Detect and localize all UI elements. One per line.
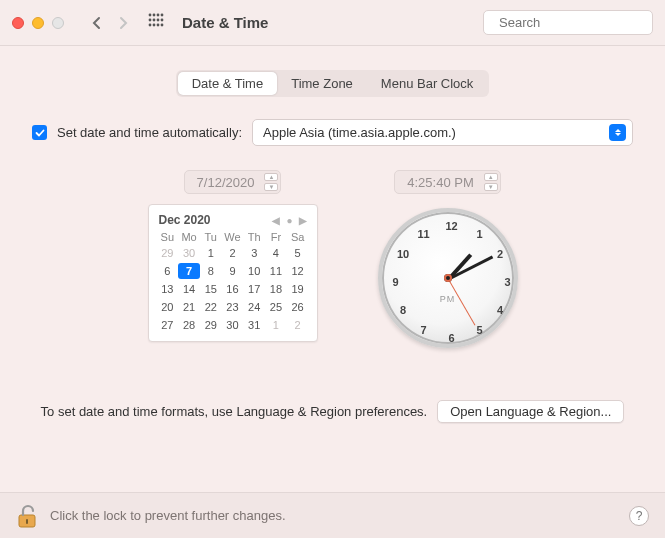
calendar-day: 7 (178, 263, 200, 279)
auto-time-checkbox[interactable] (32, 125, 47, 140)
show-all-button[interactable] (148, 13, 164, 32)
clock-number: 3 (504, 276, 510, 288)
lock-open-icon (16, 503, 38, 529)
time-server-dropdown[interactable]: Apple Asia (time.asia.apple.com.) (252, 119, 633, 146)
calendar-day: 19 (287, 281, 309, 297)
tab-bar: Date & Time Time Zone Menu Bar Clock (28, 70, 637, 97)
clock-pivot (444, 274, 452, 282)
search-input[interactable] (497, 14, 665, 31)
calendar-title: Dec 2020 (159, 213, 211, 227)
clock-number: 5 (476, 324, 482, 336)
back-button[interactable] (86, 12, 108, 34)
svg-point-0 (149, 14, 152, 17)
close-button[interactable] (12, 17, 24, 29)
calendar-day: 29 (200, 317, 222, 333)
calendar-dow: Su (157, 231, 179, 243)
calendar-prev-icon: ◀ (272, 215, 280, 226)
titlebar: Date & Time (0, 0, 665, 46)
auto-time-label: Set date and time automatically: (57, 125, 242, 140)
calendar-day: 1 (265, 317, 287, 333)
svg-point-1 (153, 14, 156, 17)
date-stepper: ▲▼ (264, 173, 278, 191)
clock-number: 6 (448, 332, 454, 344)
stepper-up-icon: ▲ (484, 173, 498, 181)
calendar-day: 28 (178, 317, 200, 333)
svg-point-10 (157, 24, 160, 27)
dropdown-arrows-icon (609, 124, 626, 141)
calendar-day: 20 (157, 299, 179, 315)
calendar-day: 26 (287, 299, 309, 315)
calendar-day: 22 (200, 299, 222, 315)
date-time-columns: 7/12/2020 ▲▼ Dec 2020 ◀ ● ▶ SuMoTuWeThFr… (28, 170, 637, 348)
minute-hand (447, 255, 493, 280)
format-hint-text: To set date and time formats, use Langua… (41, 404, 428, 419)
svg-point-2 (157, 14, 160, 17)
svg-point-7 (161, 19, 164, 22)
preferences-window: Date & Time Date & Time Time Zone Menu B… (0, 0, 665, 538)
calendar-day: 21 (178, 299, 200, 315)
calendar-day: 10 (243, 263, 265, 279)
stepper-up-icon: ▲ (264, 173, 278, 181)
auto-time-row: Set date and time automatically: Apple A… (32, 119, 633, 146)
traffic-lights (12, 17, 64, 29)
clock-number: 1 (476, 228, 482, 240)
calendar-day: 2 (222, 245, 244, 261)
tab-menubar-clock[interactable]: Menu Bar Clock (367, 72, 487, 95)
calendar-dow: Mo (178, 231, 200, 243)
calendar-day: 13 (157, 281, 179, 297)
calendar-day: 16 (222, 281, 244, 297)
grid-icon (148, 13, 164, 29)
svg-point-9 (153, 24, 156, 27)
date-field: 7/12/2020 ▲▼ (184, 170, 282, 194)
segmented-control: Date & Time Time Zone Menu Bar Clock (176, 70, 490, 97)
page-title: Date & Time (182, 14, 268, 31)
calendar-day: 18 (265, 281, 287, 297)
stepper-down-icon: ▼ (264, 183, 278, 191)
analog-clock: PM 121234567891011 (378, 208, 518, 348)
search-field[interactable] (483, 10, 653, 35)
time-server-value: Apple Asia (time.asia.apple.com.) (263, 125, 456, 140)
calendar-day: 6 (157, 263, 179, 279)
calendar-header: Dec 2020 ◀ ● ▶ (157, 211, 309, 231)
calendar-day: 24 (243, 299, 265, 315)
calendar: Dec 2020 ◀ ● ▶ SuMoTuWeThFrSa29301234567… (148, 204, 318, 342)
time-value: 4:25:40 PM (407, 175, 474, 190)
help-button[interactable]: ? (629, 506, 649, 526)
calendar-day: 23 (222, 299, 244, 315)
bottom-bar: Click the lock to prevent further change… (0, 492, 665, 538)
clock-number: 12 (445, 220, 457, 232)
tab-date-time[interactable]: Date & Time (178, 72, 278, 95)
svg-point-11 (161, 24, 164, 27)
calendar-day: 30 (178, 245, 200, 261)
clock-number: 4 (497, 304, 503, 316)
analog-clock-wrap: PM 121234567891011 (378, 208, 518, 348)
lock-hint-text: Click the lock to prevent further change… (50, 508, 286, 523)
tab-time-zone[interactable]: Time Zone (277, 72, 367, 95)
calendar-dow: We (222, 231, 244, 243)
svg-point-3 (161, 14, 164, 17)
stepper-down-icon: ▼ (484, 183, 498, 191)
zoom-button (52, 17, 64, 29)
calendar-dot-icon: ● (286, 215, 292, 226)
clock-number: 10 (397, 248, 409, 260)
svg-point-6 (157, 19, 160, 22)
calendar-day: 25 (265, 299, 287, 315)
date-value: 7/12/2020 (197, 175, 255, 190)
calendar-day: 4 (265, 245, 287, 261)
lock-button[interactable] (16, 503, 38, 529)
date-column: 7/12/2020 ▲▼ Dec 2020 ◀ ● ▶ SuMoTuWeThFr… (148, 170, 318, 348)
open-language-region-button[interactable]: Open Language & Region... (437, 400, 624, 423)
clock-number: 2 (497, 248, 503, 260)
chevron-left-icon (92, 16, 102, 30)
chevron-right-icon (118, 16, 128, 30)
minimize-button[interactable] (32, 17, 44, 29)
svg-point-5 (153, 19, 156, 22)
calendar-day: 14 (178, 281, 200, 297)
calendar-day: 17 (243, 281, 265, 297)
calendar-grid: SuMoTuWeThFrSa29301234567891011121314151… (157, 231, 309, 333)
calendar-nav: ◀ ● ▶ (272, 215, 306, 226)
clock-number: 9 (392, 276, 398, 288)
time-field: 4:25:40 PM ▲▼ (394, 170, 501, 194)
svg-point-4 (149, 19, 152, 22)
checkmark-icon (35, 128, 45, 138)
